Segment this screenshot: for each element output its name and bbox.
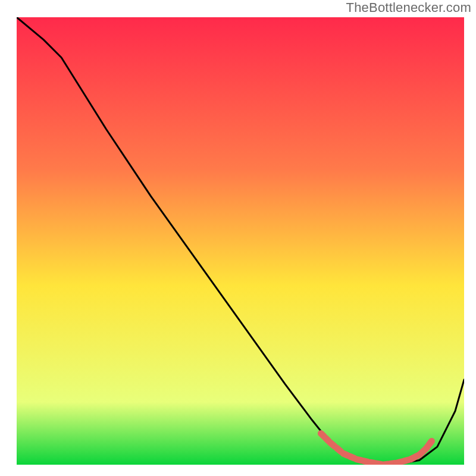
chart-svg [17,17,464,465]
attribution-text: TheBottlenecker.com [346,0,471,15]
highlight-dash [430,441,432,444]
chart-plot-area [17,17,464,465]
highlight-dash [330,442,334,446]
highlight-dash [337,448,342,452]
gradient-background [17,17,464,465]
chart-wrapper: TheBottlenecker.com [0,0,476,476]
